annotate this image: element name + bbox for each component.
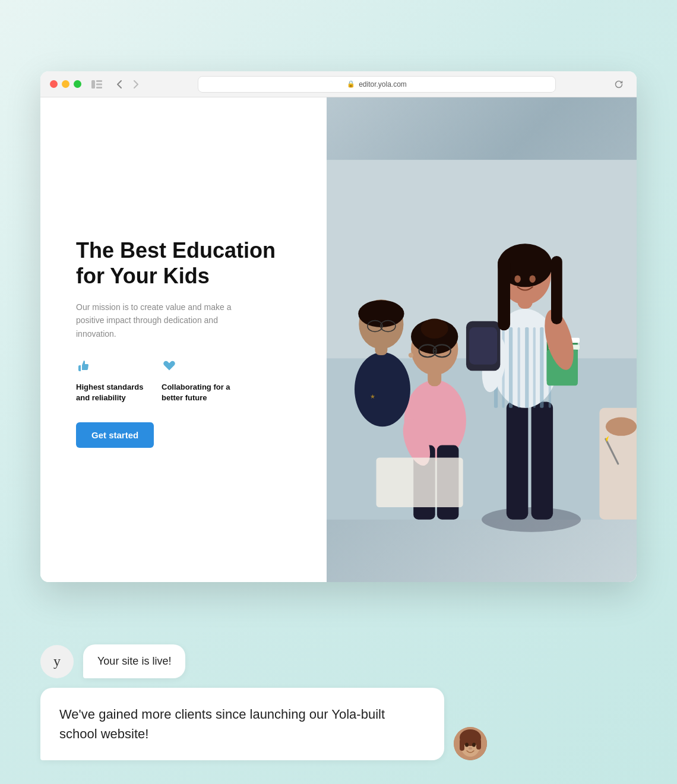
svg-rect-0 xyxy=(91,80,95,88)
chat-bubble-2: We've gained more clients since launchin… xyxy=(40,688,444,760)
svg-rect-29 xyxy=(498,256,510,330)
yola-avatar: y xyxy=(40,645,74,678)
svg-rect-8 xyxy=(531,402,553,519)
hero-left-panel: The Best Education for Your Kids Our mis… xyxy=(40,97,327,582)
sidebar-toggle-button[interactable] xyxy=(88,78,105,90)
feature-item-2: Collaborating for a better future xyxy=(162,358,233,403)
svg-rect-2 xyxy=(96,83,102,85)
lock-icon: 🔒 xyxy=(347,80,355,88)
get-started-button[interactable]: Get started xyxy=(76,422,154,448)
svg-point-39 xyxy=(421,318,448,338)
svg-rect-15 xyxy=(533,327,536,408)
hero-subtitle: Our mission is to create value and make … xyxy=(76,301,242,340)
svg-point-43 xyxy=(409,353,413,358)
svg-rect-25 xyxy=(469,327,497,365)
svg-rect-62 xyxy=(476,739,481,750)
svg-rect-14 xyxy=(525,327,529,408)
feature-1-label: Highest standards and reliability xyxy=(76,382,147,403)
hero-title: The Best Education for Your Kids xyxy=(76,238,297,289)
svg-rect-45 xyxy=(376,457,463,507)
svg-rect-1 xyxy=(96,80,102,82)
address-bar[interactable]: 🔒 editor.yola.com xyxy=(198,76,556,93)
svg-rect-12 xyxy=(509,327,513,408)
close-button[interactable] xyxy=(50,80,58,88)
svg-rect-7 xyxy=(507,402,529,519)
browser-titlebar: 🔒 editor.yola.com xyxy=(40,71,637,97)
svg-rect-3 xyxy=(96,87,102,88)
reload-button[interactable] xyxy=(610,76,627,93)
svg-rect-16 xyxy=(540,327,543,408)
svg-point-63 xyxy=(465,743,469,747)
svg-rect-30 xyxy=(551,256,562,324)
svg-text:★: ★ xyxy=(370,393,375,400)
back-button[interactable] xyxy=(112,77,126,91)
url-text: editor.yola.com xyxy=(359,80,407,88)
browser-nav-controls xyxy=(112,77,143,91)
svg-point-32 xyxy=(529,275,535,283)
maximize-button[interactable] xyxy=(74,80,81,88)
svg-rect-13 xyxy=(518,327,520,408)
traffic-lights xyxy=(50,80,81,88)
features-row: Highest standards and reliability Collab… xyxy=(76,358,297,403)
feature-item-1: Highest standards and reliability xyxy=(76,358,147,403)
chat-message-1-text: Your site is live! xyxy=(97,655,171,667)
yola-avatar-label: y xyxy=(53,653,61,669)
chat-area: y Your site is live! We've gained more c… xyxy=(40,644,637,760)
classroom-image: ★ xyxy=(327,97,637,582)
chat-message-2-text: We've gained more clients since launchin… xyxy=(59,707,385,741)
svg-point-64 xyxy=(472,743,476,747)
forward-button[interactable] xyxy=(129,77,143,91)
browser-window: 🔒 editor.yola.com The Best Education for… xyxy=(40,71,637,582)
chat-message-2: We've gained more clients since launchin… xyxy=(40,688,637,760)
hero-right-panel: ★ xyxy=(327,97,637,582)
svg-point-46 xyxy=(355,352,410,426)
chat-bubble-1: Your site is live! xyxy=(83,644,185,678)
user-avatar xyxy=(454,727,487,760)
svg-point-31 xyxy=(514,275,520,283)
minimize-button[interactable] xyxy=(62,80,69,88)
svg-rect-61 xyxy=(460,739,464,751)
heart-icon xyxy=(162,358,233,377)
feature-2-label: Collaborating for a better future xyxy=(162,382,233,403)
browser-content: The Best Education for Your Kids Our mis… xyxy=(40,97,637,582)
svg-point-65 xyxy=(469,747,472,750)
svg-point-55 xyxy=(606,418,637,436)
svg-point-6 xyxy=(482,507,581,532)
thumbs-up-icon xyxy=(76,358,147,377)
chat-message-1: y Your site is live! xyxy=(40,644,637,678)
